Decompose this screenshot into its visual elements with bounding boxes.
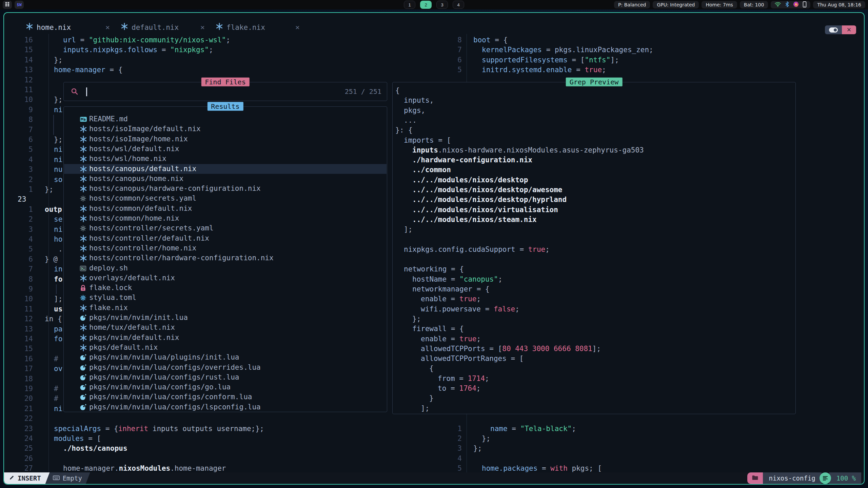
result-item[interactable]: stylua.toml [64, 293, 387, 303]
result-path: pkgs/nvim/nvim/init.lua [89, 313, 188, 323]
preview-line: enable = true; [421, 294, 481, 304]
nix-file-icon [80, 145, 88, 153]
topbar-module[interactable]: Bat: 100 [740, 1, 768, 8]
preview-line: enable = true; [421, 334, 481, 344]
result-item[interactable]: pkgs/nvim/nvim/lua/configs/lspconfig.lua [64, 402, 387, 412]
result-path: hosts/canopus/home.nix [89, 174, 183, 184]
code-line: 3}; [4, 444, 864, 453]
result-path: hosts/wsl/default.nix [89, 144, 179, 154]
result-path: hosts/canopus/hardware-configuration.nix [89, 184, 261, 194]
result-item[interactable]: hosts/wsl/home.nix [64, 154, 387, 164]
nix-file-icon [80, 334, 88, 342]
result-item[interactable]: hosts/isoImage/home.nix [64, 134, 387, 144]
result-item[interactable]: hosts/controller/hardware-configuration.… [64, 253, 387, 263]
result-path: pkgs/nvim/default.nix [89, 333, 179, 343]
result-item[interactable]: hosts/controller/home.nix [64, 243, 387, 253]
result-path: flake.nix [89, 303, 128, 313]
result-item[interactable]: flake.lock [64, 283, 387, 293]
close-window-button[interactable]: × [842, 25, 856, 34]
result-item[interactable]: deploy.sh [64, 263, 387, 273]
preview-line: }: { [395, 125, 413, 135]
sh-file-icon [80, 264, 88, 272]
browser-icon [793, 1, 799, 8]
result-item[interactable]: hosts/isoImage/default.nix [64, 124, 387, 134]
result-item[interactable]: hosts/canopus/default.nix [64, 164, 387, 174]
results-panel: Results README.mdhosts/isoImage/default.… [63, 106, 387, 412]
preview-line: from = 1714; [438, 374, 489, 384]
result-item[interactable]: flake.nix [64, 303, 387, 313]
result-path: overlays/default.nix [89, 273, 175, 283]
wm-logo-button[interactable]: $W [15, 1, 24, 9]
workspace-3[interactable]: 3 [436, 1, 448, 9]
result-item[interactable]: hosts/canopus/home.nix [64, 174, 387, 184]
preview-line: pkgs, [404, 106, 425, 116]
desktop: $W 1234 P: BalancedGPU: IntegratedHome: … [0, 0, 868, 488]
nix-file-icon [80, 254, 88, 262]
result-item[interactable]: hosts/common/secrets.yaml [64, 194, 387, 203]
result-item[interactable]: README.md [64, 114, 387, 124]
preview-line: { [429, 364, 434, 373]
topbar-module[interactable]: P: Balanced [614, 1, 650, 8]
result-item[interactable]: home/tux/default.nix [64, 323, 387, 332]
preview-line: ../../modules/nixos/desktop [412, 175, 528, 185]
tab-label: flake.nix [226, 23, 265, 32]
preview-line: inputs, [404, 96, 434, 105]
tab-flake.nix[interactable]: flake.nix× [216, 23, 302, 32]
phone-icon [803, 1, 807, 8]
result-item[interactable]: hosts/controller/default.nix [64, 233, 387, 243]
result-path: hosts/controller/default.nix [89, 233, 209, 243]
code-line: 4 [4, 454, 864, 464]
nix-file-icon [80, 205, 88, 213]
system-tray[interactable] [771, 1, 810, 8]
lock-file-icon [80, 284, 88, 292]
result-item[interactable]: pkgs/nvim/nvim/lua/configs/overrides.lua [64, 363, 387, 372]
workspace-2[interactable]: 2 [420, 1, 432, 9]
code-line: 8boot = { [4, 35, 864, 45]
result-item[interactable]: hosts/controller/secrets.yaml [64, 223, 387, 233]
result-item[interactable]: pkgs/nvim/default.nix [64, 333, 387, 343]
result-item[interactable]: hosts/wsl/default.nix [64, 144, 387, 154]
result-item[interactable]: pkgs/default.nix [64, 343, 387, 352]
result-item[interactable]: hosts/canopus/hardware-configuration.nix [64, 184, 387, 194]
preview-line: ]; [421, 404, 429, 413]
tab-default.nix[interactable]: default.nix× [121, 23, 207, 32]
topbar: $W 1234 P: BalancedGPU: IntegratedHome: … [0, 0, 868, 9]
tab-close-icon[interactable]: × [295, 23, 302, 32]
workspace-4[interactable]: 4 [453, 1, 464, 9]
preview-line: firewall = { [412, 324, 464, 334]
result-item[interactable]: pkgs/nvim/nvim/lua/configs/go.lua [64, 382, 387, 392]
result-path: hosts/common/default.nix [89, 204, 192, 214]
result-item[interactable]: pkgs/nvim/nvim/lua/plugins/init.lua [64, 352, 387, 362]
tab-close-icon[interactable]: × [105, 23, 112, 32]
result-item[interactable]: pkgs/nvim/nvim/lua/configs/rust.lua [64, 372, 387, 382]
keyboard-icon [53, 474, 60, 482]
yaml-file-icon [80, 195, 88, 203]
code-line: 22 [4, 414, 864, 424]
toggle-button[interactable] [825, 25, 842, 34]
topbar-module[interactable]: Home: 7ms [702, 1, 737, 8]
result-item[interactable]: overlays/default.nix [64, 273, 387, 283]
nix-file-icon [80, 344, 88, 352]
find-files-prompt[interactable]: Find Files 251 / 251 [63, 82, 387, 101]
app-launcher-button[interactable] [3, 1, 12, 9]
lua-file-icon [80, 393, 88, 401]
nix-file-icon [80, 175, 88, 183]
clock[interactable]: Thu Aug 08, 18:16 [813, 1, 865, 8]
text-cursor [86, 87, 87, 96]
topbar-module[interactable]: GPU: Integrated [653, 1, 699, 8]
result-path: hosts/canopus/default.nix [89, 164, 196, 174]
result-item[interactable]: pkgs/nvim/nvim/lua/configs/conform.lua [64, 392, 387, 402]
result-item[interactable]: hosts/common/home.nix [64, 214, 387, 223]
workspace-1[interactable]: 1 [404, 1, 415, 9]
tab-close-icon[interactable]: × [200, 23, 207, 32]
preview-line: hostName = "canopus"; [412, 274, 502, 284]
pencil-icon [9, 474, 15, 482]
tab-home.nix[interactable]: home.nix× [26, 23, 112, 32]
workspace-switcher: 1234 [404, 1, 464, 9]
result-item[interactable]: pkgs/nvim/nvim/init.lua [64, 313, 387, 323]
result-item[interactable]: hosts/common/default.nix [64, 204, 387, 214]
preview-line: ../../modules/nixos/desktop/hyprland [412, 195, 567, 205]
results-title: Results [207, 102, 243, 111]
tab-label: home.nix [37, 23, 71, 32]
preview-line: to = 1764; [438, 384, 480, 393]
